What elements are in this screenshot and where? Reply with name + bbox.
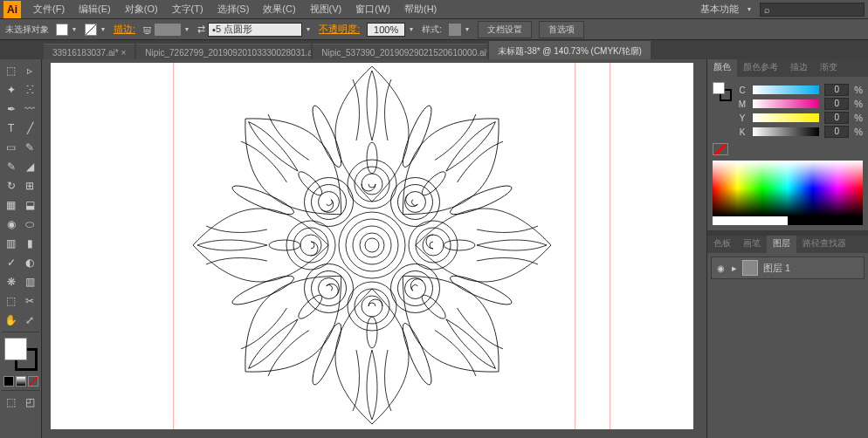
document-tab[interactable]: 33916183037.ai* × bbox=[44, 44, 134, 59]
shape-builder-tool[interactable]: ◉ bbox=[2, 215, 21, 234]
line-tool[interactable]: ╱ bbox=[21, 119, 40, 138]
brush-preset-input[interactable]: • 5 点圆形 bbox=[208, 23, 302, 37]
stroke-swatch[interactable] bbox=[85, 24, 97, 36]
screen-mode-button[interactable]: ⬚ bbox=[2, 393, 21, 412]
black-slider[interactable] bbox=[753, 127, 819, 136]
document-tab[interactable]: Nipic_7262799_20190920103330028031.ai* × bbox=[136, 44, 311, 59]
change-screen-button[interactable]: ◰ bbox=[21, 393, 40, 412]
bw-strip[interactable] bbox=[713, 216, 863, 225]
canvas-area[interactable] bbox=[42, 59, 706, 438]
gradient-mode-icon[interactable] bbox=[16, 376, 26, 387]
chevron-down-icon[interactable]: ▾ bbox=[183, 24, 190, 36]
menu-edit[interactable]: 编辑(E) bbox=[72, 1, 118, 17]
opacity-label[interactable]: 不透明度: bbox=[319, 23, 360, 36]
menu-view[interactable]: 视图(V) bbox=[303, 1, 349, 17]
yellow-slider[interactable] bbox=[753, 113, 819, 122]
stroke-weight-input[interactable] bbox=[155, 24, 181, 36]
black-value[interactable]: 0 bbox=[824, 126, 849, 138]
document-tab[interactable]: Nipic_537390_20190929021520610000.ai* × bbox=[313, 44, 487, 59]
guide-line[interactable] bbox=[173, 63, 174, 429]
chevron-down-icon[interactable]: ▾ bbox=[71, 24, 78, 36]
perspective-tool[interactable]: ⬭ bbox=[21, 215, 40, 234]
cyan-value[interactable]: 0 bbox=[824, 84, 849, 96]
color-mode-icon[interactable] bbox=[3, 376, 14, 387]
fill-mini-icon[interactable] bbox=[713, 82, 725, 94]
guide-line[interactable] bbox=[575, 63, 575, 429]
rotate-tool[interactable]: ↻ bbox=[2, 176, 21, 195]
blend-tool[interactable]: ◐ bbox=[21, 253, 40, 272]
type-tool[interactable]: T bbox=[2, 119, 21, 138]
menu-type[interactable]: 文字(T) bbox=[165, 1, 210, 17]
fill-stroke-mini[interactable] bbox=[713, 82, 732, 101]
visibility-toggle-icon[interactable]: ◉ bbox=[714, 262, 727, 274]
none-color-icon[interactable] bbox=[713, 143, 728, 155]
tab-brushes[interactable]: 画笔 bbox=[737, 236, 767, 253]
layer-name[interactable]: 图层 1 bbox=[763, 262, 790, 275]
eraser-tool[interactable]: ◢ bbox=[21, 157, 40, 176]
zoom-tool[interactable]: ⤢ bbox=[21, 311, 40, 330]
opacity-input[interactable]: 100% bbox=[367, 23, 405, 37]
menu-file[interactable]: 文件(F) bbox=[26, 1, 72, 17]
tab-gradient[interactable]: 渐变 bbox=[814, 59, 844, 77]
document-setup-button[interactable]: 文档设置 bbox=[478, 21, 532, 38]
artboard-tool[interactable]: ⬚ bbox=[2, 291, 21, 311]
guide-line[interactable] bbox=[610, 63, 610, 429]
selection-tool[interactable]: ⬚ bbox=[2, 61, 21, 80]
free-transform-tool[interactable]: ⬓ bbox=[21, 195, 40, 215]
expand-icon[interactable]: ▸ bbox=[732, 263, 737, 274]
none-mode-icon[interactable] bbox=[28, 376, 38, 387]
gradient-tool[interactable]: ▮ bbox=[21, 234, 40, 253]
magic-wand-tool[interactable]: ✦ bbox=[2, 80, 21, 99]
menu-object[interactable]: 对象(O) bbox=[118, 1, 165, 17]
pen-tool[interactable]: ✒ bbox=[2, 99, 21, 119]
arrows-icon[interactable]: ⇄ bbox=[197, 24, 205, 35]
fill-color-icon[interactable] bbox=[4, 338, 27, 360]
yellow-value[interactable]: 0 bbox=[824, 112, 849, 124]
tab-pathfinder[interactable]: 路径查找器 bbox=[796, 236, 852, 253]
fill-stroke-indicator[interactable] bbox=[4, 338, 38, 371]
width-tool[interactable]: ▦ bbox=[2, 195, 21, 215]
stroke-label[interactable]: 描边: bbox=[114, 23, 135, 36]
style-swatch[interactable] bbox=[449, 24, 461, 36]
magenta-slider[interactable] bbox=[753, 99, 819, 108]
workspace-switcher[interactable]: 基本功能 bbox=[700, 3, 739, 16]
menu-select[interactable]: 选择(S) bbox=[210, 1, 257, 17]
chevron-down-icon[interactable]: ▾ bbox=[464, 24, 471, 36]
rectangle-tool[interactable]: ▭ bbox=[2, 138, 21, 157]
fill-swatch[interactable] bbox=[56, 24, 68, 36]
chevron-down-icon[interactable]: ▾ bbox=[408, 24, 415, 36]
mesh-tool[interactable]: ▥ bbox=[2, 234, 21, 253]
chevron-down-icon[interactable]: ▾ bbox=[746, 3, 753, 16]
eyedropper-tool[interactable]: ✓ bbox=[2, 253, 21, 272]
pencil-tool[interactable]: ✎ bbox=[2, 157, 21, 176]
scale-tool[interactable]: ⊞ bbox=[21, 176, 40, 195]
symbol-sprayer-tool[interactable]: ❋ bbox=[2, 272, 21, 291]
document-tab-active[interactable]: 未标题-38* @ 140.73% (CMYK/轮廓) bbox=[489, 41, 651, 59]
chevron-down-icon[interactable]: ▾ bbox=[305, 24, 312, 36]
direct-selection-tool[interactable]: ▹ bbox=[21, 61, 40, 80]
tab-color-guide[interactable]: 颜色参考 bbox=[737, 59, 784, 77]
paintbrush-tool[interactable]: ✎ bbox=[21, 138, 40, 157]
menu-help[interactable]: 帮助(H) bbox=[397, 1, 444, 17]
tab-color[interactable]: 颜色 bbox=[707, 59, 737, 77]
tab-swatches[interactable]: 色板 bbox=[707, 236, 737, 253]
color-spectrum[interactable] bbox=[713, 161, 863, 216]
lasso-tool[interactable]: ⵘ bbox=[21, 80, 40, 99]
curvature-tool[interactable]: 〰 bbox=[21, 99, 40, 119]
tab-layers[interactable]: 图层 bbox=[767, 236, 796, 253]
cyan-slider[interactable] bbox=[753, 86, 819, 94]
artboard[interactable] bbox=[51, 63, 693, 429]
column-graph-tool[interactable]: ▥ bbox=[21, 272, 40, 291]
search-input[interactable]: ⌕ bbox=[760, 3, 865, 17]
stepper-icon[interactable]: ⩐ bbox=[142, 24, 152, 35]
tab-stroke[interactable]: 描边 bbox=[784, 59, 814, 77]
preferences-button[interactable]: 首选项 bbox=[539, 21, 584, 38]
magenta-value[interactable]: 0 bbox=[824, 98, 849, 110]
chevron-down-icon[interactable]: ▾ bbox=[100, 24, 107, 36]
layer-row[interactable]: ◉ ▸ 图层 1 bbox=[711, 257, 865, 279]
menu-window[interactable]: 窗口(W) bbox=[348, 1, 397, 17]
artwork-mandala[interactable] bbox=[184, 59, 560, 435]
menu-effect[interactable]: 效果(C) bbox=[256, 1, 302, 17]
slice-tool[interactable]: ✂ bbox=[21, 291, 40, 311]
layer-thumbnail[interactable] bbox=[742, 260, 758, 276]
